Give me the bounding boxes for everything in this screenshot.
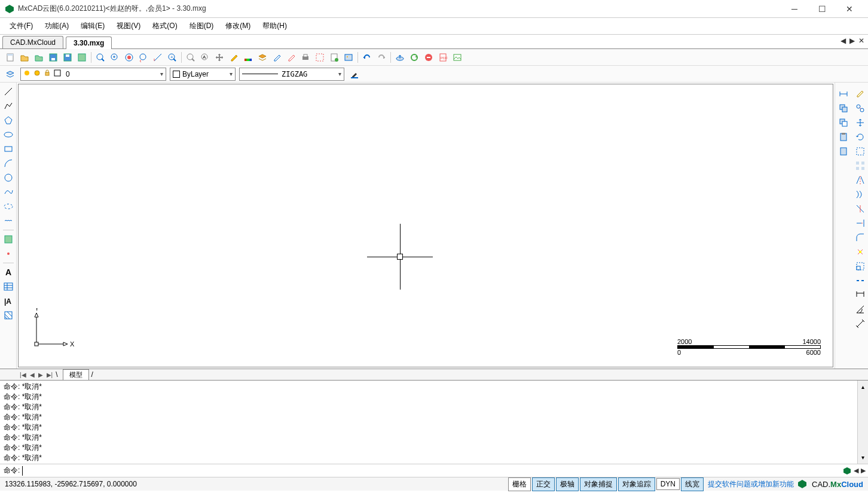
color-picker-icon[interactable]: [242, 51, 255, 64]
cloud-upload-icon[interactable]: [393, 51, 407, 64]
osnap-toggle[interactable]: 对象捕捉: [580, 477, 617, 491]
brush-icon[interactable]: [348, 68, 361, 81]
menu-help[interactable]: 帮助(H): [258, 19, 292, 34]
point-icon[interactable]: [2, 247, 15, 260]
stop-icon[interactable]: [422, 51, 435, 64]
export-pdf-icon[interactable]: [328, 51, 341, 64]
zoom-previous-icon[interactable]: [137, 51, 150, 64]
move-icon[interactable]: [854, 116, 867, 129]
menu-function[interactable]: 功能(A): [40, 19, 74, 34]
find-icon[interactable]: [184, 51, 197, 64]
layout-first-icon[interactable]: |◀: [18, 372, 28, 378]
line-icon[interactable]: [2, 85, 15, 98]
ellipse-icon[interactable]: [2, 128, 15, 141]
rectangle-icon[interactable]: [2, 142, 15, 156]
offset-icon[interactable]: [854, 188, 867, 201]
doc-tab-mxcloud[interactable]: CAD.MxCloud: [2, 36, 63, 48]
refresh-icon[interactable]: [408, 51, 421, 64]
polyline-icon[interactable]: [2, 99, 15, 112]
highlight-icon[interactable]: [227, 51, 240, 64]
explode-icon[interactable]: [854, 245, 867, 258]
scale-icon[interactable]: [854, 260, 867, 273]
zoom-in-icon[interactable]: [108, 51, 121, 64]
find-text-icon[interactable]: A: [198, 51, 212, 64]
drawing-canvas[interactable]: X Y 200014000 06000: [18, 84, 833, 367]
polar-toggle[interactable]: 极轴: [556, 477, 579, 491]
menu-edit[interactable]: 编辑(E): [76, 19, 109, 34]
open-file-icon[interactable]: [18, 51, 31, 64]
save-icon[interactable]: [47, 51, 60, 64]
layout-prev-icon[interactable]: ◀: [28, 372, 36, 378]
block-insert-icon[interactable]: [2, 233, 15, 246]
undo-icon[interactable]: [360, 51, 374, 64]
tab-close-icon[interactable]: ✕: [857, 36, 866, 45]
revcloud-icon[interactable]: [2, 214, 15, 227]
feedback-link[interactable]: 提交软件问题或增加新功能: [704, 479, 797, 489]
polygon-icon[interactable]: [2, 114, 15, 127]
doc-tab-current[interactable]: 3.30.mxg: [66, 36, 112, 49]
menu-file[interactable]: 文件(F): [5, 19, 38, 34]
print-area-icon[interactable]: [313, 51, 326, 64]
dim-angular-icon[interactable]: [854, 303, 867, 316]
command-input[interactable]: [22, 466, 864, 476]
menu-view[interactable]: 视图(V): [112, 19, 145, 34]
pan-icon[interactable]: [213, 51, 226, 64]
cmdlog-scrollbar[interactable]: ▴▾: [857, 381, 868, 464]
rotate-icon[interactable]: [854, 130, 867, 144]
open-cloud-icon[interactable]: [32, 51, 45, 64]
zoom-realtime-icon[interactable]: +: [166, 51, 179, 64]
maximize-button[interactable]: ☐: [808, 0, 836, 18]
new-file-icon[interactable]: [4, 51, 17, 64]
array-icon[interactable]: [854, 159, 867, 172]
tab-next-icon[interactable]: ▶: [848, 36, 856, 45]
color-combo[interactable]: ByLayer ▾: [170, 68, 236, 81]
redo-icon[interactable]: [375, 51, 388, 64]
cmdline-prev-icon[interactable]: ◀: [854, 467, 858, 475]
circle-icon[interactable]: [2, 171, 15, 184]
tab-prev-icon[interactable]: ◀: [839, 36, 847, 45]
dim-aligned-icon[interactable]: [854, 317, 867, 330]
menu-format[interactable]: 格式(O): [148, 19, 182, 34]
image-icon[interactable]: [451, 51, 464, 64]
layout-next-icon[interactable]: ▶: [36, 372, 45, 378]
otrack-toggle[interactable]: 对象追踪: [618, 477, 655, 491]
lineweight-toggle[interactable]: 线宽: [681, 477, 704, 491]
export-image-icon[interactable]: [342, 51, 355, 64]
select-all-icon[interactable]: [854, 145, 867, 158]
pdf-icon[interactable]: PDF: [436, 51, 450, 64]
trim-icon[interactable]: [854, 202, 867, 215]
extend-icon[interactable]: [854, 217, 867, 230]
dimension-icon[interactable]: [837, 87, 850, 101]
mirror-icon[interactable]: [854, 174, 867, 187]
print-icon[interactable]: [299, 51, 312, 64]
cloud-save-icon[interactable]: [75, 51, 88, 64]
dyn-toggle[interactable]: DYN: [656, 478, 680, 490]
erase-icon[interactable]: [854, 87, 867, 101]
copy2-icon[interactable]: [837, 116, 850, 129]
mtext-icon[interactable]: |A: [2, 294, 15, 308]
erase-red-icon[interactable]: [285, 51, 298, 64]
zoom-window-icon[interactable]: [94, 51, 107, 64]
fillet-icon[interactable]: [854, 231, 867, 244]
paste-icon[interactable]: [837, 130, 850, 144]
arc-icon[interactable]: [2, 157, 15, 170]
menu-modify[interactable]: 修改(M): [221, 19, 255, 34]
menu-draw[interactable]: 绘图(D): [185, 19, 219, 34]
paste2-icon[interactable]: [837, 145, 850, 158]
copy-icon[interactable]: [837, 102, 850, 115]
ortho-toggle[interactable]: 正交: [532, 477, 555, 491]
spline-icon[interactable]: [2, 185, 15, 199]
model-tab[interactable]: 模型: [63, 369, 89, 381]
snap-toggle[interactable]: 栅格: [508, 477, 531, 491]
zoom-extents-icon[interactable]: [123, 51, 136, 64]
ellipse-arc-icon[interactable]: [2, 200, 15, 213]
layer-properties-icon[interactable]: [4, 68, 17, 81]
minimize-button[interactable]: ─: [781, 0, 808, 18]
dim-linear-icon[interactable]: [854, 288, 867, 302]
eraser-icon[interactable]: [270, 51, 283, 64]
cmdline-next-icon[interactable]: ▶: [861, 467, 866, 475]
layout-last-icon[interactable]: ▶|: [45, 372, 55, 378]
text-icon[interactable]: A: [2, 266, 15, 279]
measure-icon[interactable]: [151, 51, 164, 64]
close-button[interactable]: ✕: [836, 0, 863, 18]
